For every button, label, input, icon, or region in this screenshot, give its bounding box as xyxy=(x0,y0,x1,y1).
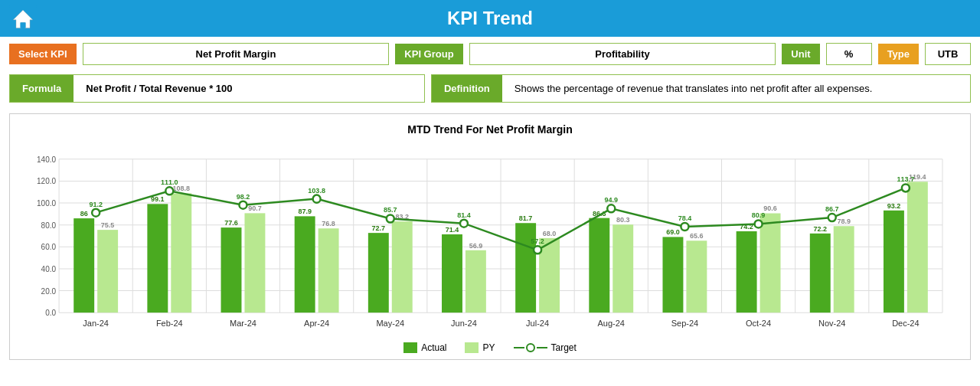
svg-point-114 xyxy=(902,184,910,191)
svg-text:Dec-24: Dec-24 xyxy=(892,319,919,328)
svg-text:78.9: 78.9 xyxy=(837,218,851,225)
svg-rect-72 xyxy=(662,237,683,312)
svg-text:85.7: 85.7 xyxy=(384,207,397,214)
actual-swatch xyxy=(403,342,417,353)
kpi-group-value[interactable]: Profitability xyxy=(469,43,776,65)
svg-text:Mar-24: Mar-24 xyxy=(230,319,256,328)
svg-rect-43 xyxy=(244,213,265,312)
svg-rect-73 xyxy=(686,240,707,312)
svg-rect-77 xyxy=(737,231,757,312)
svg-rect-47 xyxy=(295,216,315,312)
svg-text:Feb-24: Feb-24 xyxy=(156,319,183,328)
svg-text:Jan-24: Jan-24 xyxy=(83,319,109,328)
unit-label: Unit xyxy=(782,44,819,64)
formula-label: Formula xyxy=(10,75,74,102)
svg-text:65.6: 65.6 xyxy=(690,232,704,240)
svg-text:111.0: 111.0 xyxy=(161,178,178,186)
svg-rect-62 xyxy=(515,223,536,312)
svg-text:Jul-24: Jul-24 xyxy=(526,319,549,328)
svg-text:80.0: 80.0 xyxy=(41,221,57,230)
svg-text:86.7: 86.7 xyxy=(825,205,839,213)
chart-svg: 0.020.040.060.080.0100.0120.0140.08675.5… xyxy=(22,140,958,339)
svg-text:Aug-24: Aug-24 xyxy=(598,319,625,328)
svg-text:71.4: 71.4 xyxy=(446,226,459,234)
svg-text:68.0: 68.0 xyxy=(543,230,557,237)
svg-text:113.7: 113.7 xyxy=(897,175,915,183)
type-value: UTB xyxy=(925,43,971,65)
svg-text:57.2: 57.2 xyxy=(531,237,544,245)
svg-point-112 xyxy=(828,214,836,221)
svg-text:80.3: 80.3 xyxy=(616,216,630,224)
kpi-selection-row: Select KPI Net Profit Margin KPI Group P… xyxy=(0,37,980,71)
svg-rect-32 xyxy=(74,218,94,312)
svg-text:20.0: 20.0 xyxy=(41,287,57,296)
svg-text:94.9: 94.9 xyxy=(604,196,618,204)
svg-rect-67 xyxy=(589,218,609,312)
formula-value: Net Profit / Total Revenue * 100 xyxy=(74,75,244,102)
svg-text:Nov-24: Nov-24 xyxy=(818,319,845,328)
page-title: KPI Trend xyxy=(447,8,533,29)
svg-text:81.4: 81.4 xyxy=(457,211,471,219)
svg-rect-82 xyxy=(810,234,831,312)
svg-text:Sep-24: Sep-24 xyxy=(671,319,698,328)
svg-text:90.7: 90.7 xyxy=(248,204,262,212)
svg-rect-33 xyxy=(97,230,118,312)
formula-section: Formula Net Profit / Total Revenue * 100 xyxy=(9,74,425,103)
type-label: Type xyxy=(878,44,919,64)
select-kpi-value[interactable]: Net Profit Margin xyxy=(83,43,390,65)
svg-text:81.7: 81.7 xyxy=(519,214,533,222)
svg-point-108 xyxy=(681,223,688,231)
svg-rect-68 xyxy=(612,224,633,312)
legend-actual: Actual xyxy=(403,342,446,353)
home-icon[interactable] xyxy=(9,5,37,32)
svg-rect-37 xyxy=(147,204,168,312)
svg-rect-78 xyxy=(760,214,781,313)
svg-text:72.2: 72.2 xyxy=(814,225,828,233)
legend-py: PY xyxy=(465,342,495,353)
svg-rect-53 xyxy=(392,221,413,312)
svg-rect-57 xyxy=(442,234,462,312)
svg-text:87.9: 87.9 xyxy=(298,208,312,215)
legend-actual-label: Actual xyxy=(421,342,446,353)
svg-point-104 xyxy=(534,246,541,254)
svg-rect-38 xyxy=(171,193,191,312)
legend-target-label: Target xyxy=(551,342,577,353)
svg-point-94 xyxy=(165,187,173,195)
svg-text:78.4: 78.4 xyxy=(678,214,692,222)
svg-text:40.0: 40.0 xyxy=(41,265,57,273)
svg-rect-42 xyxy=(221,227,242,312)
definition-section: Definition Shows the percentage of reven… xyxy=(431,74,971,103)
svg-text:100.0: 100.0 xyxy=(37,199,56,208)
svg-rect-88 xyxy=(907,182,928,312)
legend-py-label: PY xyxy=(482,342,495,353)
chart-container: MTD Trend For Net Profit Margin 0.020.04… xyxy=(9,113,971,360)
svg-rect-83 xyxy=(834,226,854,312)
svg-rect-87 xyxy=(884,211,904,312)
formula-definition-row: Formula Net Profit / Total Revenue * 100… xyxy=(0,71,980,109)
svg-text:Jun-24: Jun-24 xyxy=(451,319,477,328)
svg-text:Oct-24: Oct-24 xyxy=(746,319,771,328)
svg-point-106 xyxy=(607,204,615,212)
svg-text:98.2: 98.2 xyxy=(237,193,250,201)
chart-title: MTD Trend For Net Profit Margin xyxy=(22,123,958,136)
svg-rect-58 xyxy=(466,250,486,312)
svg-text:75.5: 75.5 xyxy=(101,221,115,229)
svg-text:0.0: 0.0 xyxy=(45,309,56,317)
svg-point-110 xyxy=(755,220,763,227)
svg-point-98 xyxy=(313,195,321,203)
target-circle xyxy=(526,343,535,352)
definition-value: Shows the percentage of revenue that tra… xyxy=(502,75,885,102)
definition-label: Definition xyxy=(432,75,502,102)
svg-text:60.0: 60.0 xyxy=(41,243,57,251)
svg-text:Apr-24: Apr-24 xyxy=(304,319,329,328)
select-kpi-label: Select KPI xyxy=(9,44,77,64)
svg-text:56.9: 56.9 xyxy=(469,242,483,250)
legend-target: Target xyxy=(514,342,577,353)
svg-text:91.2: 91.2 xyxy=(89,201,103,208)
svg-text:86: 86 xyxy=(80,210,88,218)
svg-text:90.6: 90.6 xyxy=(763,205,777,213)
py-swatch xyxy=(465,342,479,353)
svg-text:72.7: 72.7 xyxy=(372,224,386,232)
svg-text:69.0: 69.0 xyxy=(666,228,680,236)
svg-point-92 xyxy=(92,209,100,217)
